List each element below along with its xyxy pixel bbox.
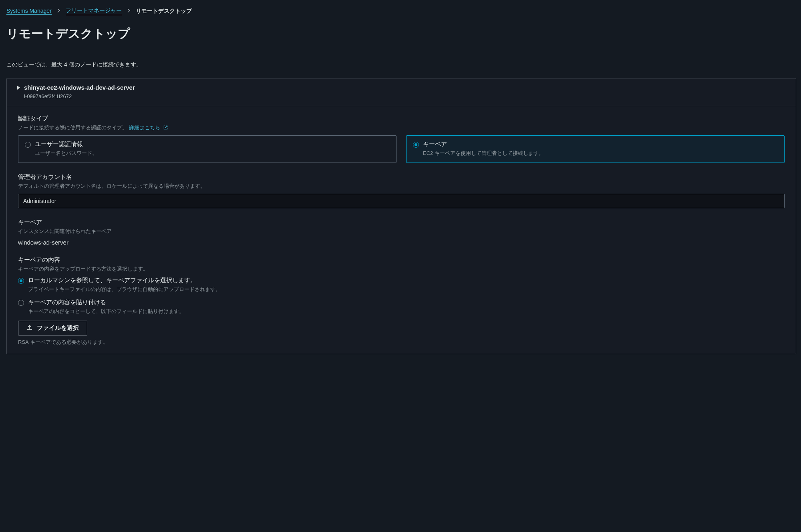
radio-icon bbox=[413, 142, 419, 148]
breadcrumb: Systems Manager フリートマネージャー リモートデスクトップ bbox=[5, 7, 796, 15]
auth-option-key-pair[interactable]: キーペア EC2 キーペアを使用して管理者として接続します。 bbox=[406, 135, 785, 163]
external-link-icon bbox=[163, 125, 168, 131]
node-id: i-0997a6ef3f41f2672 bbox=[24, 93, 788, 99]
breadcrumb-sep-icon bbox=[57, 8, 60, 14]
radio-item-desc: プライベートキーファイルの内容は、ブラウザに自動的にアップロードされます。 bbox=[28, 286, 785, 293]
page-title: リモートデスクトップ bbox=[5, 26, 796, 42]
radio-icon bbox=[18, 300, 24, 306]
tile-desc: ユーザー名とパスワード。 bbox=[35, 150, 390, 157]
breadcrumb-link-fleet-manager[interactable]: フリートマネージャー bbox=[66, 7, 122, 15]
auth-type-group: 認証タイプ ノードに接続する際に使用する認証のタイプ。 詳細はこちら bbox=[18, 115, 785, 163]
breadcrumb-current: リモートデスクトップ bbox=[136, 8, 192, 15]
auth-option-user-credentials[interactable]: ユーザー認証情報 ユーザー名とパスワード。 bbox=[18, 135, 396, 163]
keypair-content-help: キーペアの内容をアップロードする方法を選択します。 bbox=[18, 265, 785, 273]
tile-desc: EC2 キーペアを使用して管理者として接続します。 bbox=[423, 150, 778, 157]
keypair-method-paste[interactable]: キーペアの内容を貼り付ける bbox=[18, 299, 785, 306]
keypair-content-group: キーペアの内容 キーペアの内容をアップロードする方法を選択します。 ローカルマシ… bbox=[18, 256, 785, 315]
choose-file-label: ファイルを選択 bbox=[37, 324, 79, 332]
keypair-label: キーペア bbox=[18, 219, 785, 226]
node-name: shinyat-ec2-windows-ad-dev-ad-server bbox=[24, 84, 135, 91]
radio-icon bbox=[18, 278, 24, 284]
admin-account-group: 管理者アカウント名 デフォルトの管理者アカウント名は、ロケールによって異なる場合… bbox=[18, 173, 785, 208]
keypair-method-browse[interactable]: ローカルマシンを参照して、キーペアファイルを選択します。 bbox=[18, 277, 785, 284]
choose-file-button[interactable]: ファイルを選択 bbox=[18, 321, 87, 335]
admin-account-help: デフォルトの管理者アカウント名は、ロケールによって異なる場合があります。 bbox=[18, 183, 785, 190]
radio-icon bbox=[25, 142, 31, 148]
radio-item-title: キーペアの内容を貼り付ける bbox=[28, 299, 106, 306]
keypair-help: インスタンスに関連付けられたキーペア bbox=[18, 228, 785, 235]
radio-item-title: ローカルマシンを参照して、キーペアファイルを選択します。 bbox=[28, 277, 196, 284]
admin-account-label: 管理者アカウント名 bbox=[18, 173, 785, 181]
tile-title: ユーザー認証情報 bbox=[35, 141, 83, 148]
view-note: このビューでは、最大 4 個のノードに接続できます。 bbox=[5, 61, 796, 68]
learn-more-link[interactable]: 詳細はこちら bbox=[129, 124, 169, 130]
auth-type-help: ノードに接続する際に使用する認証のタイプ。 詳細はこちら bbox=[18, 124, 785, 131]
admin-account-input[interactable] bbox=[18, 194, 785, 208]
node-panel: shinyat-ec2-windows-ad-dev-ad-server i-0… bbox=[6, 78, 796, 354]
keypair-group: キーペア インスタンスに関連付けられたキーペア windows-ad-serve… bbox=[18, 219, 785, 246]
keypair-content-label: キーペアの内容 bbox=[18, 256, 785, 264]
breadcrumb-link-systems-manager[interactable]: Systems Manager bbox=[6, 8, 52, 15]
keypair-value: windows-ad-server bbox=[18, 239, 785, 246]
tile-title: キーペア bbox=[423, 141, 447, 148]
panel-header: shinyat-ec2-windows-ad-dev-ad-server i-0… bbox=[7, 78, 796, 106]
file-hint: RSA キーペアである必要があります。 bbox=[18, 339, 785, 346]
expand-toggle-icon[interactable] bbox=[17, 86, 20, 90]
radio-item-desc: キーペアの内容をコピーして、以下のフィールドに貼り付けます。 bbox=[28, 308, 785, 315]
auth-type-label: 認証タイプ bbox=[18, 115, 785, 122]
breadcrumb-sep-icon bbox=[127, 8, 130, 14]
upload-icon bbox=[26, 324, 33, 332]
